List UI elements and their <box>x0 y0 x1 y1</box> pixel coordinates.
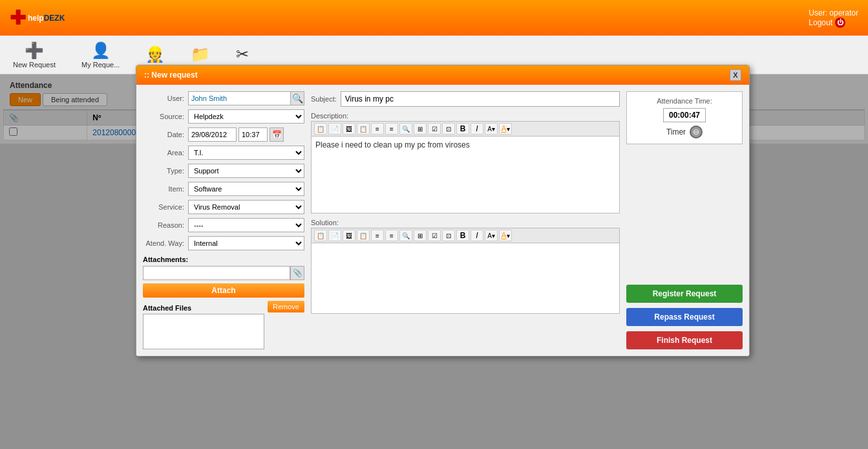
user-input-wrap: 🔍 <box>188 91 304 105</box>
user-search-button[interactable]: 🔍 <box>290 91 304 105</box>
sol-toolbar-checkbox-icon[interactable]: ☑ <box>428 230 441 241</box>
attach-button[interactable]: Attach <box>143 283 304 298</box>
nav-item5[interactable]: ✂ <box>229 42 255 68</box>
description-section: Description: 📋 📄 🖼 📋 ≡ ≡ 🔍 ⊞ ☑ ⊡ B I <box>311 112 620 214</box>
solution-toolbar: 📋 📄 🖼 📋 ≡ ≡ 🔍 ⊞ ☑ ⊡ B I A▾ A▾ <box>311 228 620 243</box>
attached-files-box <box>143 314 264 349</box>
user-info: User: operator Logout ⏻ <box>809 8 858 28</box>
attachments-section: Attachments: 📎 Attach Attached Files Rem… <box>143 256 304 349</box>
nav-item3[interactable]: 👷 <box>139 42 171 68</box>
modal-body: User: 🔍 Source: Helpdezk Date: <box>136 85 749 356</box>
reason-select[interactable]: ---- Hardware Issue <box>188 218 304 232</box>
description-toolbar: 📋 📄 🖼 📋 ≡ ≡ 🔍 ⊞ ☑ ⊡ B I A▾ A▾ <box>311 121 620 136</box>
attendance-time-label: Attendance Time: <box>632 97 737 105</box>
description-editor[interactable]: Please i need to clean up my pc from vir… <box>311 136 620 214</box>
type-row: Type: Support Incident <box>143 164 304 178</box>
toolbar-italic-icon[interactable]: I <box>471 123 483 135</box>
date-input[interactable] <box>188 127 237 142</box>
attachments-label: Attachments: <box>143 256 304 263</box>
solution-label: Solution: <box>311 219 620 226</box>
attach-file-input[interactable] <box>143 266 290 280</box>
logo-dezk-text: DEZK <box>44 14 65 23</box>
toolbar-paste-icon[interactable]: 📄 <box>328 123 341 135</box>
date-wrap: 📅 <box>188 127 304 142</box>
main-wrapper: Attendance New Being attended 📎 Nº rity … <box>0 74 868 449</box>
modal-close-button[interactable]: X <box>730 74 741 81</box>
time-input[interactable] <box>238 127 268 142</box>
type-select[interactable]: Support Incident <box>188 164 304 178</box>
modal-header: :: New request X <box>136 74 749 85</box>
timer-label: Timer <box>666 127 686 137</box>
nav-new-request[interactable]: ➕ New Request <box>6 38 62 72</box>
subject-input[interactable] <box>341 91 620 107</box>
subject-label: Subject: <box>311 95 337 103</box>
sol-toolbar-bold-icon[interactable]: B <box>456 230 469 241</box>
area-select[interactable]: T.I. Marketing Finance <box>188 146 304 160</box>
attendance-time-box: Attendance Time: 00:00:47 Timer ⊖ <box>626 91 743 144</box>
sol-toolbar-grid-icon[interactable]: ⊞ <box>414 230 427 241</box>
item-label: Item: <box>143 185 188 193</box>
area-row: Area: T.I. Marketing Finance <box>143 146 304 160</box>
date-row: Date: 📅 <box>143 127 304 142</box>
source-row: Source: Helpdezk <box>143 109 304 124</box>
sol-toolbar-italic-icon[interactable]: I <box>471 230 483 241</box>
sol-toolbar-paste-icon[interactable]: 📄 <box>328 230 341 241</box>
item-row: Item: Software Hardware <box>143 182 304 196</box>
atend-way-select[interactable]: Internal External Remote <box>188 236 304 250</box>
sol-toolbar-search-icon[interactable]: 🔍 <box>399 230 412 241</box>
new-request-label: New Request <box>13 61 56 69</box>
toolbar-image-icon[interactable]: 🖼 <box>343 123 355 135</box>
toolbar-table-icon[interactable]: 📋 <box>357 123 370 135</box>
logout-button[interactable]: Logout ⏻ <box>809 17 858 28</box>
timer-stop-button[interactable]: ⊖ <box>690 126 703 138</box>
toolbar-font-color-icon[interactable]: A▾ <box>485 123 498 135</box>
repass-request-button[interactable]: Repass Request <box>626 308 743 326</box>
toolbar-ol-icon[interactable]: ≡ <box>371 123 384 135</box>
logo-cross-icon: ✚ <box>10 6 26 29</box>
source-select[interactable]: Helpdezk <box>188 109 304 124</box>
toolbar-search-icon[interactable]: 🔍 <box>399 123 412 135</box>
reason-label: Reason: <box>143 221 188 229</box>
remove-button[interactable]: Remove <box>268 301 304 312</box>
description-text: Please i need to clean up my pc from vir… <box>315 140 470 149</box>
register-request-button[interactable]: Register Request <box>626 285 743 303</box>
description-label: Description: <box>311 112 620 120</box>
finish-request-button[interactable]: Finish Request <box>626 331 743 349</box>
area-label: Area: <box>143 149 188 157</box>
toolbar-copy-icon[interactable]: 📋 <box>314 123 327 135</box>
my-requests-label: My Reque... <box>81 61 120 69</box>
sol-toolbar-ol-icon[interactable]: ≡ <box>371 230 384 241</box>
nav-item4[interactable]: 📁 <box>184 42 217 68</box>
toolbar-checkbox-icon[interactable]: ☑ <box>428 123 441 135</box>
service-select[interactable]: Virus Removal Installation <box>188 200 304 214</box>
toolbar-bold-icon[interactable]: B <box>456 123 469 135</box>
toolbar-ul-icon[interactable]: ≡ <box>385 123 398 135</box>
timer-row: Timer ⊖ <box>632 126 737 138</box>
calendar-button[interactable]: 📅 <box>270 127 284 142</box>
item-select[interactable]: Software Hardware <box>188 182 304 196</box>
toolbar-grid-icon[interactable]: ⊞ <box>414 123 427 135</box>
toolbar-highlight-icon[interactable]: A▾ <box>499 123 512 135</box>
my-requests-icon: 👤 <box>91 41 111 60</box>
user-input[interactable] <box>188 91 290 105</box>
solution-editor[interactable] <box>311 243 620 314</box>
sol-toolbar-ul-icon[interactable]: ≡ <box>385 230 398 241</box>
sol-toolbar-table-icon[interactable]: 📋 <box>357 230 370 241</box>
sol-toolbar-copy-icon[interactable]: 📋 <box>314 230 327 241</box>
nav-my-requests[interactable]: 👤 My Reque... <box>75 38 126 72</box>
sol-toolbar-image-icon[interactable]: 🖼 <box>343 230 355 241</box>
attach-clip-button[interactable]: 📎 <box>290 266 304 280</box>
new-request-modal: :: New request X User: 🔍 Source: Helpdez… <box>136 74 750 356</box>
middle-panel: Subject: Description: 📋 📄 🖼 📋 ≡ ≡ 🔍 <box>311 91 620 349</box>
sol-toolbar-highlight-icon[interactable]: A▾ <box>499 230 512 241</box>
right-panel: Attendance Time: 00:00:47 Timer ⊖ Regist… <box>626 91 743 349</box>
sol-toolbar-font-color-icon[interactable]: A▾ <box>485 230 498 241</box>
sol-toolbar-box-icon[interactable]: ⊡ <box>442 230 455 241</box>
subject-section: Subject: <box>311 91 620 107</box>
logout-icon: ⏻ <box>835 17 845 28</box>
toolbar-box-icon[interactable]: ⊡ <box>442 123 455 135</box>
subject-row: Subject: <box>311 91 620 107</box>
nav-icon3: 👷 <box>145 45 165 63</box>
form-panel: User: 🔍 Source: Helpdezk Date: <box>143 91 304 349</box>
atend-way-row: Atend. Way: Internal External Remote <box>143 236 304 250</box>
